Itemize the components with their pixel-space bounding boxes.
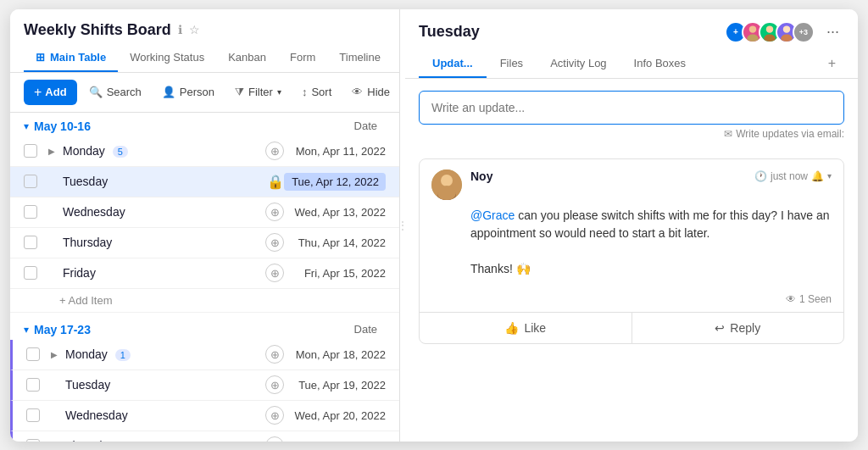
bell-icon[interactable]: 🔔 xyxy=(811,170,824,182)
table-row[interactable]: ▶ Tuesday ⊕ Tue, Apr 19, 2022 xyxy=(10,370,399,401)
row-add-btn[interactable]: ⊕ xyxy=(265,233,284,252)
comment-text: @Grace can you please switch shifts with… xyxy=(431,207,832,278)
tab-files[interactable]: Files xyxy=(487,50,537,78)
row-name: Monday 5 xyxy=(63,144,265,158)
row-date: Mon, Apr 18, 2022 xyxy=(284,348,386,361)
sort-icon: ↕ xyxy=(302,86,308,98)
search-button[interactable]: 🔍 Search xyxy=(81,81,150,103)
row-actions: ⊕ xyxy=(265,233,284,252)
reply-icon: ↩ xyxy=(715,321,725,335)
like-button[interactable]: 👍 Like xyxy=(420,313,632,343)
row-add-btn[interactable]: ⊕ xyxy=(265,406,284,425)
row-checkbox[interactable] xyxy=(26,408,40,422)
row-actions: ⊕ xyxy=(265,406,284,425)
svg-point-0 xyxy=(749,25,756,32)
row-expand-icon[interactable]: ▶ xyxy=(47,347,62,362)
add-button[interactable]: + Add xyxy=(24,80,77,105)
email-update-row: ✉ Write updates via email: xyxy=(419,125,844,143)
tab-info-boxes[interactable]: Info Boxes xyxy=(620,50,699,78)
hide-button[interactable]: 👁 Hide xyxy=(343,81,398,103)
week-section-may-17-23: ▾ May 17-23 Date ▶ Monday 1 ⊕ Mon, Apr 1… xyxy=(10,316,399,442)
row-add-btn[interactable]: ⊕ xyxy=(265,345,284,364)
tab-activity-log[interactable]: Activity Log xyxy=(537,50,620,78)
table-row[interactable]: ▶ Thursday ⊕ Thu, Apr 21, 2022 xyxy=(10,431,399,442)
email-icon: ✉ xyxy=(724,128,732,140)
table-row[interactable]: ▶ Wednesday ⊕ Wed, Apr 13, 2022 xyxy=(10,197,399,228)
svg-point-7 xyxy=(441,175,453,186)
row-expand-icon[interactable]: ▶ xyxy=(44,143,59,158)
update-area: ✉ Write updates via email: xyxy=(405,79,858,150)
week-header-may-17-23: ▾ May 17-23 Date xyxy=(10,316,399,340)
sort-button[interactable]: ↕ Sort xyxy=(293,81,340,103)
row-actions: 🔒 xyxy=(267,174,284,190)
week-title-may-10-16: May 10-16 xyxy=(34,119,91,133)
row-date: Wed, Apr 13, 2022 xyxy=(284,206,386,219)
three-dots-button[interactable]: ··· xyxy=(821,21,844,42)
row-add-btn[interactable]: ⊕ xyxy=(265,436,284,442)
row-checkbox[interactable] xyxy=(24,205,37,219)
week-chevron-icon[interactable]: ▾ xyxy=(24,324,29,336)
table-icon: ⊞ xyxy=(36,51,45,64)
search-icon: 🔍 xyxy=(89,86,103,98)
info-icon[interactable]: ℹ xyxy=(178,23,182,36)
app-title: Weekly Shifts Board xyxy=(24,21,171,39)
person-button[interactable]: 👤 Person xyxy=(153,81,223,103)
row-add-btn[interactable]: ⊕ xyxy=(265,142,284,160)
week-chevron-icon[interactable]: ▾ xyxy=(24,120,29,132)
table-row[interactable]: ▶ Monday 5 ⊕ Mon, Apr 11, 2022 xyxy=(10,136,399,167)
row-add-btn[interactable]: ⊕ xyxy=(265,264,284,282)
add-item-row[interactable]: + Add Item xyxy=(10,289,399,313)
comment-time-row: 🕐 just now 🔔 ▾ xyxy=(754,170,832,182)
table-row[interactable]: ▶ Friday ⊕ Fri, Apr 15, 2022 xyxy=(10,258,399,289)
table-row[interactable]: ▶ Wednesday ⊕ Wed, Apr 20, 2022 xyxy=(10,401,399,431)
row-date: Wed, Apr 20, 2022 xyxy=(284,409,386,422)
row-checkbox[interactable] xyxy=(24,236,37,249)
row-name: Tuesday xyxy=(65,378,265,392)
chevron-down-icon[interactable]: ▾ xyxy=(827,171,832,181)
left-panel: Weekly Shifts Board ℹ ☆ ⊞ Main Table Wor… xyxy=(10,9,400,442)
row-name: Friday xyxy=(63,266,265,280)
hide-icon: 👁 xyxy=(352,86,363,98)
app-title-row: Weekly Shifts Board ℹ ☆ xyxy=(24,21,386,39)
filter-icon: ⧩ xyxy=(235,86,244,99)
row-add-btn[interactable]: ⊕ xyxy=(265,203,284,221)
avatar-stack: + +3 xyxy=(725,21,815,43)
row-checkbox[interactable] xyxy=(26,347,40,361)
eye-icon: 👁 xyxy=(786,293,796,305)
tab-form[interactable]: Form xyxy=(278,44,327,72)
filter-button[interactable]: ⧩ Filter ▾ xyxy=(226,81,290,103)
lock-icon: 🔒 xyxy=(267,174,284,190)
avatar-count: +3 xyxy=(793,21,815,43)
row-checkbox[interactable] xyxy=(26,439,40,442)
row-checkbox[interactable] xyxy=(26,378,40,392)
nav-tabs: ⊞ Main Table Working Status Kanban Form … xyxy=(24,44,386,72)
week-title-may-17-23: May 17-23 xyxy=(34,323,91,336)
star-icon[interactable]: ☆ xyxy=(189,23,200,36)
row-actions: ⊕ xyxy=(265,436,284,442)
svg-point-4 xyxy=(783,25,790,32)
svg-point-5 xyxy=(781,34,793,41)
row-name: Monday 1 xyxy=(65,347,265,361)
tab-kanban[interactable]: Kanban xyxy=(216,44,278,72)
tab-working-status[interactable]: Working Status xyxy=(118,44,216,72)
tab-main-table[interactable]: ⊞ Main Table xyxy=(24,44,118,72)
tab-updates[interactable]: Updat... xyxy=(419,50,487,78)
add-tab-button[interactable]: + xyxy=(820,51,844,76)
row-date: Tue, Apr 19, 2022 xyxy=(284,379,386,392)
row-date: Fri, Apr 15, 2022 xyxy=(284,267,386,280)
row-checkbox[interactable] xyxy=(24,266,37,280)
table-row-tuesday[interactable]: ▶ Tuesday 🔒 Tue, Apr 12, 2022 xyxy=(10,167,399,197)
table-content: ▾ May 10-16 Date ▶ Monday 5 ⊕ Mon, Apr 1 xyxy=(10,113,399,442)
tab-timeline[interactable]: Timeline xyxy=(327,44,392,72)
comment-seen: 👁 1 Seen xyxy=(420,288,843,312)
update-input[interactable] xyxy=(419,91,844,125)
row-date: Mon, Apr 11, 2022 xyxy=(284,145,386,158)
row-checkbox[interactable] xyxy=(24,175,37,188)
table-row[interactable]: ▶ Thursday ⊕ Thu, Apr 14, 2022 xyxy=(10,228,399,258)
table-row[interactable]: ▶ Monday 1 ⊕ Mon, Apr 18, 2022 xyxy=(10,340,399,370)
row-add-btn[interactable]: ⊕ xyxy=(265,375,284,394)
reply-button[interactable]: ↩ Reply xyxy=(632,313,844,343)
row-checkbox[interactable] xyxy=(24,144,37,158)
svg-point-1 xyxy=(747,34,759,41)
comment-header: Noy 🕐 just now 🔔 ▾ xyxy=(431,169,832,200)
